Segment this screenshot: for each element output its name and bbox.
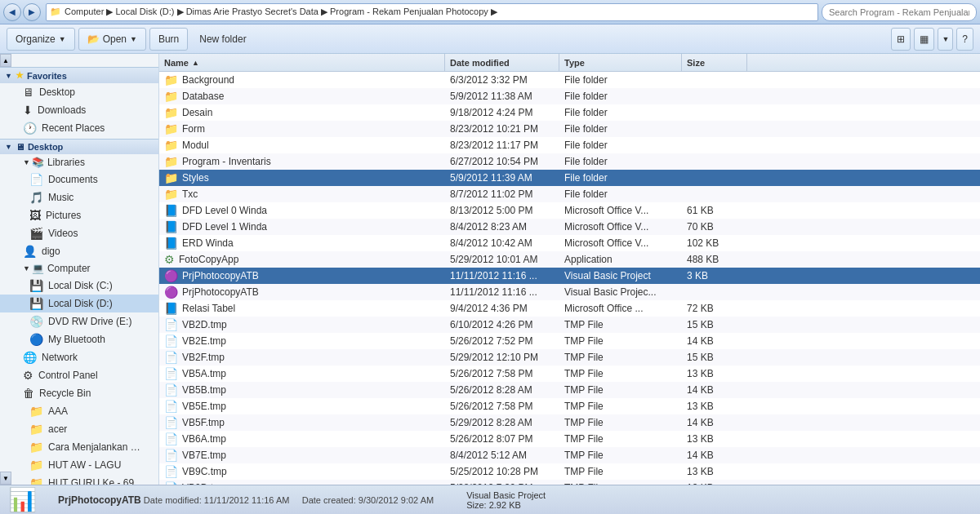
doc-file-icon: 📘 (164, 237, 178, 250)
sidebar-local-c[interactable]: 💾 Local Disk (C:) (0, 277, 158, 295)
preview-button[interactable]: ▦ (914, 28, 934, 51)
new-folder-button[interactable]: New folder (191, 28, 254, 51)
open-icon: 📂 (87, 33, 100, 45)
sidebar-item-recent-places[interactable]: 🕐 Recent Places (0, 119, 158, 137)
sidebar-item-desktop[interactable]: 🖥 Desktop (0, 83, 158, 101)
cell-date: 8/4/2012 5:12 AM (445, 450, 559, 461)
table-row[interactable]: 📄 VB9C.tmp 5/25/2012 10:28 PM TMP File 1… (159, 463, 980, 480)
open-button[interactable]: 📂 Open ▼ (78, 28, 146, 51)
table-row[interactable]: 📘 DFD Level 0 Winda 8/13/2012 5:00 PM Mi… (159, 202, 980, 219)
table-row[interactable]: 📁 Database 5/9/2012 11:38 AM File folder (159, 88, 980, 104)
sidebar-dvd[interactable]: 💿 DVD RW Drive (E:) (0, 312, 158, 330)
sidebar-digo[interactable]: 👤 digo (0, 242, 158, 260)
cell-name: 📁 Desain (159, 106, 445, 119)
sidebar-pictures[interactable]: 🖼 Pictures (0, 206, 158, 224)
cell-type: TMP File (559, 335, 682, 347)
cell-date: 11/11/2012 11:16 ... (445, 270, 559, 281)
status-info: PrjPhotocopyATB Date modified: 11/11/201… (58, 494, 434, 506)
table-row[interactable]: 📁 Background 6/3/2012 3:32 PM File folde… (159, 72, 980, 88)
sidebar-recycle-bin[interactable]: 🗑 Recycle Bin (0, 384, 158, 402)
cell-name: 📁 Styles (159, 171, 445, 184)
table-row[interactable]: 📄 VB5E.tmp 5/26/2012 7:58 PM TMP File 13… (159, 398, 980, 414)
status-bar: 📊 PrjPhotocopyATB Date modified: 11/11/2… (0, 485, 980, 514)
burn-button[interactable]: Burn (149, 28, 188, 51)
col-header-name[interactable]: Name ▲ (159, 54, 445, 71)
table-row[interactable]: 📄 VB9D.tmp 5/28/2012 7:39 PM TMP File 13… (159, 480, 980, 485)
cell-date: 5/29/2012 12:10 PM (445, 352, 559, 363)
table-row[interactable]: 📘 ERD Winda 8/4/2012 10:42 AM Microsoft … (159, 235, 980, 251)
desktop-icon: 🖥 (23, 86, 34, 99)
table-row[interactable]: 📁 Program - Inventaris 6/27/2012 10:54 P… (159, 153, 980, 170)
table-row[interactable]: 📁 Txc 8/7/2012 11:02 PM File folder (159, 186, 980, 202)
sidebar-item-downloads[interactable]: ⬇ Downloads (0, 101, 158, 119)
sidebar-local-d[interactable]: 💾 Local Disk (D:) (0, 295, 158, 312)
sidebar-desktop-section: ▼ 🖥 Desktop ▼ 📚 Libraries 📄 Documents 🎵 … (0, 139, 158, 485)
table-row[interactable]: 📄 VB2F.tmp 5/29/2012 12:10 PM TMP File 1… (159, 349, 980, 366)
folder-cara-icon: 📁 (29, 441, 43, 454)
sidebar-desktop-header[interactable]: ▼ 🖥 Desktop (0, 139, 158, 154)
cell-type: TMP File (559, 384, 682, 396)
folder-icon: 📁 (50, 7, 61, 17)
sidebar-favorites-header[interactable]: ▼ ★ Favorites (0, 67, 158, 83)
cell-size: 13 KB (682, 368, 747, 379)
cell-name: 📄 VB9D.tmp (159, 481, 445, 485)
sidebar-libraries-header[interactable]: ▼ 📚 Libraries (0, 154, 158, 171)
sidebar-folder-aaa[interactable]: 📁 AAA (0, 402, 158, 420)
cell-name: 📁 Form (159, 122, 445, 135)
table-row[interactable]: 📁 Styles 5/9/2012 11:39 AM File folder (159, 170, 980, 186)
sidebar-videos[interactable]: 🎬 Videos (0, 224, 158, 242)
address-bar[interactable]: 📁 Computer ▶ Local Disk (D:) ▶ Dimas Ari… (46, 3, 818, 21)
table-row[interactable]: ⚙ FotoCopyApp 5/29/2012 10:01 AM Applica… (159, 251, 980, 268)
table-row[interactable]: 📄 VB6A.tmp 5/26/2012 8:07 PM TMP File 13… (159, 431, 980, 447)
sidebar-network[interactable]: 🌐 Network (0, 348, 158, 366)
table-row[interactable]: 📁 Form 8/23/2012 10:21 PM File folder (159, 121, 980, 137)
sidebar-computer-header[interactable]: ▼ 💻 Computer (0, 260, 158, 277)
cell-type: Microsoft Office ... (559, 303, 682, 314)
view-dropdown-button[interactable]: ▼ (938, 28, 953, 51)
view-button[interactable]: ⊞ (891, 28, 911, 51)
sidebar-folder-hut-aw[interactable]: 📁 HUT AW - LAGU (0, 456, 158, 474)
help-button[interactable]: ? (956, 28, 973, 51)
sidebar-folder-hut-guru[interactable]: 📁 HUT GURU Ke - 69 (0, 474, 158, 485)
table-row[interactable]: 📄 VB5F.tmp 5/29/2012 8:28 AM TMP File 14… (159, 414, 980, 431)
sidebar-control-panel[interactable]: ⚙ Control Panel (0, 366, 158, 384)
table-row[interactable]: 📄 VB7E.tmp 8/4/2012 5:12 AM TMP File 14 … (159, 447, 980, 463)
cell-size: 61 KB (682, 205, 747, 216)
table-row[interactable]: 📄 VB2E.tmp 5/26/2012 7:52 PM TMP File 14… (159, 333, 980, 349)
help-icon: ? (962, 33, 968, 45)
sidebar-documents[interactable]: 📄 Documents (0, 171, 158, 188)
forward-button[interactable]: ▶ (23, 3, 41, 21)
cell-name: 📄 VB6A.tmp (159, 432, 445, 445)
sidebar-scroll-down[interactable]: ▼ (0, 472, 11, 485)
col-header-size[interactable]: Size (682, 54, 747, 71)
sidebar-bluetooth[interactable]: 🔵 My Bluetooth (0, 330, 158, 348)
table-row[interactable]: 📄 VB5A.tmp 5/26/2012 7:58 PM TMP File 13… (159, 366, 980, 382)
sidebar-folder-cara[interactable]: 📁 Cara Menjalankan Windows Di... (0, 438, 158, 456)
col-header-type[interactable]: Type (559, 54, 682, 71)
sidebar-music[interactable]: 🎵 Music (0, 188, 158, 206)
table-row[interactable]: 📘 DFD Level 1 Winda 8/4/2012 8:23 AM Mic… (159, 219, 980, 235)
cell-date: 5/26/2012 7:52 PM (445, 335, 559, 347)
cell-date: 5/9/2012 11:38 AM (445, 91, 559, 102)
table-row[interactable]: 📄 VB2D.tmp 6/10/2012 4:26 PM TMP File 15… (159, 317, 980, 333)
table-row[interactable]: 🟣 PrjPhotocopyATB 11/11/2012 11:16 ... V… (159, 268, 980, 284)
table-row[interactable]: 📄 VB5B.tmp 5/26/2012 8:28 AM TMP File 14… (159, 382, 980, 398)
sidebar-desktop2-icon: 🖥 (16, 142, 24, 152)
music-icon: 🎵 (29, 191, 43, 204)
organize-button[interactable]: Organize ▼ (7, 28, 75, 51)
back-button[interactable]: ◀ (3, 3, 21, 21)
table-row[interactable]: 📘 Relasi Tabel 9/4/2012 4:36 PM Microsof… (159, 300, 980, 317)
table-row[interactable]: 🟣 PrjPhotocopyATB 11/11/2012 11:16 ... V… (159, 284, 980, 300)
vb-file-icon: 🟣 (164, 269, 178, 282)
col-header-date[interactable]: Date modified (445, 54, 559, 71)
table-row[interactable]: 📁 Desain 9/18/2012 4:24 PM File folder (159, 104, 980, 121)
cell-date: 8/4/2012 10:42 AM (445, 237, 559, 249)
sidebar-folder-acer[interactable]: 📁 acer (0, 420, 158, 438)
search-input[interactable] (822, 3, 977, 21)
folder-file-icon: 📁 (164, 73, 178, 86)
folder-file-icon: 📁 (164, 139, 178, 152)
sidebar-scroll-up[interactable]: ▲ (0, 54, 11, 67)
tmp-file-icon: 📄 (164, 335, 178, 348)
table-row[interactable]: 📁 Modul 8/23/2012 11:17 PM File folder (159, 137, 980, 153)
folder-hut-aw-icon: 📁 (29, 459, 43, 472)
